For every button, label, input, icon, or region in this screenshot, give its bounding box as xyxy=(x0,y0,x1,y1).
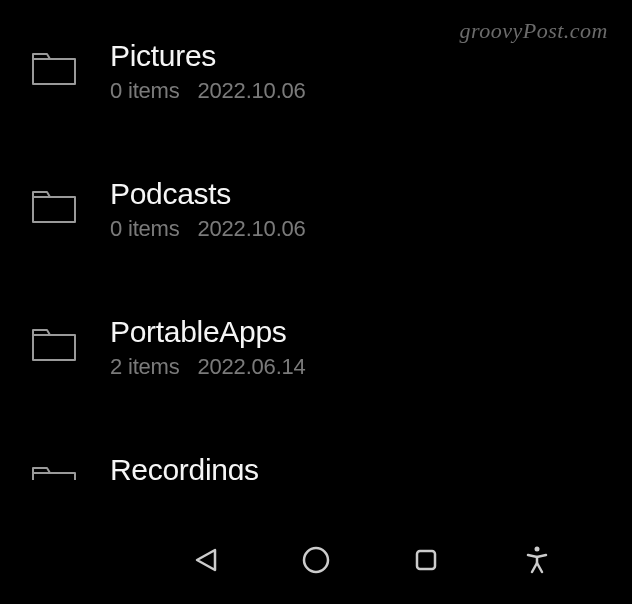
folder-meta: 2 items 2022.06.14 xyxy=(110,354,306,380)
folder-name: PortableApps xyxy=(110,314,306,350)
folder-item-count: 0 items xyxy=(110,216,180,242)
folder-name: Pictures xyxy=(110,38,306,74)
folder-item-podcasts[interactable]: Podcasts 0 items 2022.10.06 xyxy=(30,158,632,260)
navigation-bar xyxy=(0,516,632,604)
folder-date: 2022.06.14 xyxy=(198,354,306,380)
svg-point-2 xyxy=(534,547,539,552)
folder-meta: 0 items 2022.10.06 xyxy=(110,78,306,104)
folder-name: Podcasts xyxy=(110,176,306,212)
folder-icon xyxy=(30,462,78,480)
folder-text: Recordings 0 items 2022.10.06 xyxy=(110,452,306,480)
folder-text: Podcasts 0 items 2022.10.06 xyxy=(110,176,306,242)
home-button[interactable] xyxy=(286,530,346,590)
folder-icon xyxy=(30,324,78,364)
folder-item-count: 0 items xyxy=(110,78,180,104)
folder-date: 2022.10.06 xyxy=(198,78,306,104)
folder-item-count: 2 items xyxy=(110,354,180,380)
folder-meta: 0 items 2022.10.06 xyxy=(110,216,306,242)
folder-icon xyxy=(30,48,78,88)
folder-list: Pictures 0 items 2022.10.06 Podcasts 0 i… xyxy=(0,0,632,480)
accessibility-button[interactable] xyxy=(507,530,567,590)
back-button[interactable] xyxy=(176,530,236,590)
svg-point-0 xyxy=(304,548,328,572)
svg-rect-1 xyxy=(417,551,435,569)
folder-name: Recordings xyxy=(110,452,306,480)
recent-apps-button[interactable] xyxy=(396,530,456,590)
folder-date: 2022.10.06 xyxy=(198,216,306,242)
folder-icon xyxy=(30,186,78,226)
folder-text: Pictures 0 items 2022.10.06 xyxy=(110,38,306,104)
watermark-text: groovyPost.com xyxy=(459,18,608,44)
folder-text: PortableApps 2 items 2022.06.14 xyxy=(110,314,306,380)
folder-item-recordings[interactable]: Recordings 0 items 2022.10.06 xyxy=(30,434,632,480)
folder-item-portableapps[interactable]: PortableApps 2 items 2022.06.14 xyxy=(30,296,632,398)
